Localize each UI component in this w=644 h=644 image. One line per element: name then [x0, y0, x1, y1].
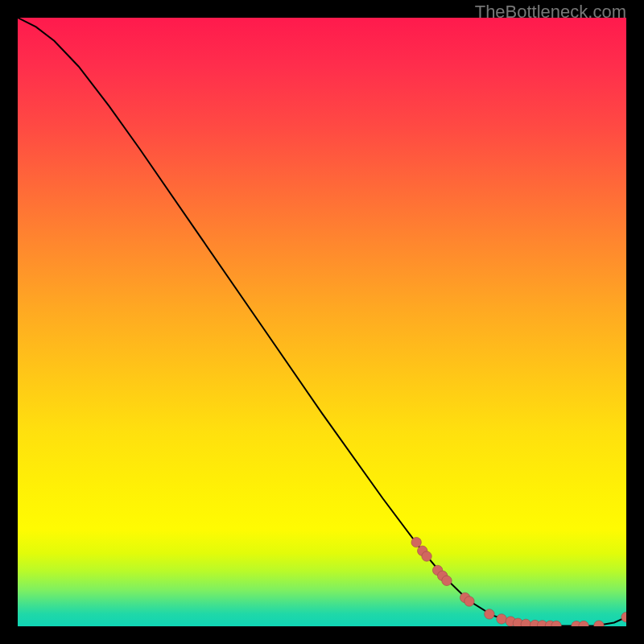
- marker-points: [411, 537, 626, 626]
- marker-point: [579, 621, 588, 626]
- chart-svg: [18, 18, 626, 626]
- marker-point: [497, 614, 506, 624]
- attribution-text: TheBottleneck.com: [475, 2, 626, 23]
- marker-point: [442, 576, 452, 585]
- marker-point: [594, 621, 604, 626]
- marker-point: [411, 537, 421, 547]
- marker-point: [621, 612, 626, 621]
- plot-area: [18, 18, 626, 626]
- bottleneck-curve: [18, 18, 626, 626]
- marker-point: [422, 551, 431, 561]
- marker-point: [521, 619, 530, 626]
- marker-point: [485, 609, 494, 619]
- marker-point: [464, 597, 474, 606]
